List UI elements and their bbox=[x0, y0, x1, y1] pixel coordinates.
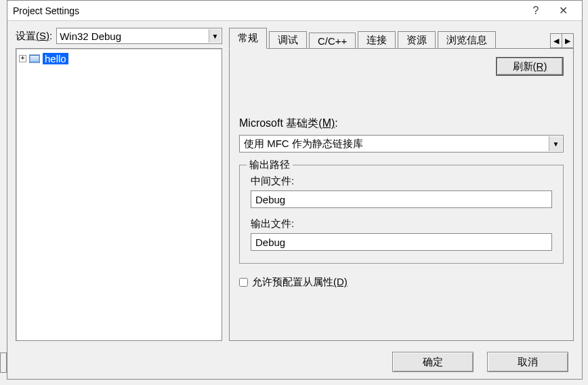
dialog-footer: 确定 取消 bbox=[7, 345, 582, 379]
refresh-button[interactable]: 刷新(R) bbox=[496, 57, 564, 76]
settings-label: 设置(S): bbox=[16, 30, 52, 43]
svg-rect-1 bbox=[30, 56, 39, 58]
tab-browseinfo[interactable]: 浏览信息 bbox=[438, 31, 496, 49]
project-icon bbox=[29, 54, 40, 63]
output-path-legend: 输出路径 bbox=[247, 159, 293, 171]
tab-link[interactable]: 连接 bbox=[358, 31, 396, 49]
close-icon: ✕ bbox=[559, 4, 568, 17]
chevron-down-icon: ▼ bbox=[549, 136, 562, 151]
settings-combo-value: Win32 Debug bbox=[60, 31, 121, 42]
settings-row: 设置(S): Win32 Debug ▼ bbox=[16, 28, 222, 44]
titlebar: Project Settings ? ✕ bbox=[7, 1, 582, 21]
right-pane: 常规 调试 C/C++ 连接 资源 浏览信息 ◀ ▶ 刷新(R) Mic bbox=[229, 28, 574, 341]
tab-cpp[interactable]: C/C++ bbox=[309, 33, 356, 49]
tab-strip: 常规 调试 C/C++ 连接 资源 浏览信息 ◀ ▶ bbox=[229, 28, 574, 48]
window-title: Project Settings bbox=[13, 5, 522, 16]
content-area: 设置(S): Win32 Debug ▼ + bbox=[7, 21, 582, 345]
allow-dep-label: 允许预配置从属性(D) bbox=[252, 276, 348, 289]
arrow-left-icon: ◀ bbox=[553, 37, 559, 45]
allow-dep-checkbox[interactable] bbox=[239, 278, 248, 287]
mfc-select[interactable]: 使用 MFC 作为静态链接库 ▼ bbox=[239, 135, 564, 153]
outputfile-label: 输出文件: bbox=[251, 218, 552, 230]
project-tree[interactable]: + hello bbox=[16, 48, 222, 341]
help-button[interactable]: ? bbox=[522, 1, 549, 21]
svg-rect-3 bbox=[30, 60, 39, 60]
tab-scroll-left[interactable]: ◀ bbox=[550, 33, 562, 48]
tree-item-label: hello bbox=[43, 53, 68, 64]
svg-rect-2 bbox=[30, 58, 39, 59]
cancel-button[interactable]: 取消 bbox=[487, 352, 568, 372]
arrow-right-icon: ▶ bbox=[565, 37, 570, 45]
project-settings-window: Project Settings ? ✕ 设置(S): Win32 Debug … bbox=[7, 0, 583, 380]
outputfile-input[interactable] bbox=[251, 233, 552, 251]
mfc-select-value: 使用 MFC 作为静态链接库 bbox=[244, 138, 363, 150]
tab-debug[interactable]: 调试 bbox=[269, 31, 307, 49]
tab-scroll-right[interactable]: ▶ bbox=[562, 33, 574, 48]
intermediate-input[interactable] bbox=[251, 190, 552, 208]
tree-item[interactable]: + hello bbox=[19, 52, 219, 65]
tab-resources[interactable]: 资源 bbox=[398, 31, 436, 49]
tab-general[interactable]: 常规 bbox=[229, 28, 267, 49]
output-path-group: 输出路径 中间文件: 输出文件: bbox=[239, 165, 564, 264]
tab-panel-general: 刷新(R) Microsoft 基础类(M): 使用 MFC 作为静态链接库 ▼… bbox=[229, 48, 574, 341]
background-window-edge bbox=[0, 352, 7, 373]
settings-combo[interactable]: Win32 Debug ▼ bbox=[56, 28, 222, 44]
left-pane: 设置(S): Win32 Debug ▼ + bbox=[16, 28, 222, 341]
ok-button[interactable]: 确定 bbox=[392, 352, 474, 372]
chevron-down-icon: ▼ bbox=[209, 29, 221, 43]
tree-expander[interactable]: + bbox=[19, 55, 26, 62]
intermediate-label: 中间文件: bbox=[251, 175, 552, 188]
tab-scroll-arrows: ◀ ▶ bbox=[551, 33, 574, 48]
close-button[interactable]: ✕ bbox=[549, 1, 576, 21]
mfc-label: Microsoft 基础类(M): bbox=[239, 117, 564, 131]
allow-dep-checkbox-row[interactable]: 允许预配置从属性(D) bbox=[239, 276, 564, 289]
help-icon: ? bbox=[533, 5, 539, 17]
